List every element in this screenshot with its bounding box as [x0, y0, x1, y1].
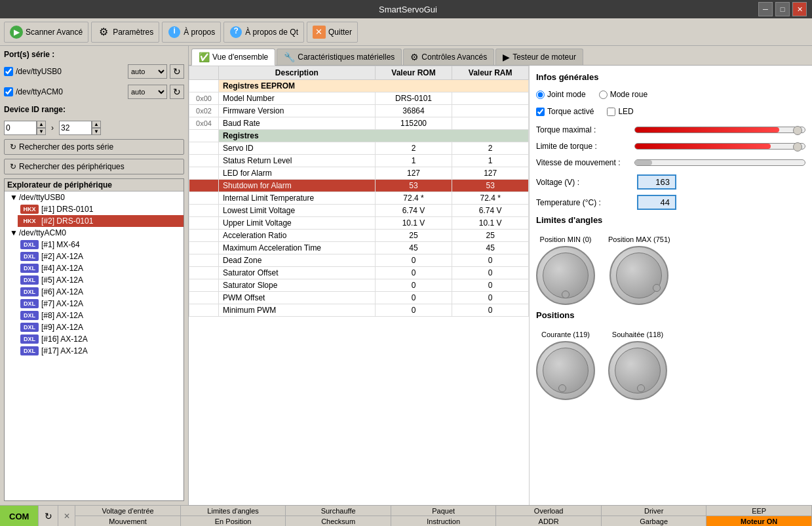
table-row[interactable]: Lowest Limit Voltage 6.74 V 6.74 V	[189, 205, 529, 217]
id-max-input[interactable]	[59, 121, 92, 135]
cell-ram: 0	[452, 304, 529, 317]
table-row[interactable]: Dead Zone 0 0	[189, 254, 529, 267]
search-devices-button[interactable]: ↻ Rechercher des périphériques	[4, 159, 184, 174]
id-min-down-button[interactable]: ▼	[37, 128, 46, 135]
cell-eeprom-header: Registres EEPROM	[219, 80, 529, 92]
table-row[interactable]: Servo ID 2 2	[189, 142, 529, 155]
table-row[interactable]: Minimum PWM 0 0	[189, 304, 529, 317]
apropos-qt-button[interactable]: ? À propos de Qt	[223, 22, 304, 43]
table-row[interactable]: Upper Limit Voltage 10.1 V 10.1 V	[189, 217, 529, 230]
joint-mode-option[interactable]: Joint mode	[536, 90, 586, 99]
cell-addr	[189, 155, 219, 167]
port1-label: /dev/ttyUSB0	[16, 67, 125, 76]
statusbar-close-button[interactable]: ✕	[58, 506, 75, 526]
list-item[interactable]: DXL [#8] AX-12A	[18, 310, 184, 321]
col-rom-header: Valeur ROM	[375, 66, 452, 80]
list-item[interactable]: DXL [#5] AX-12A	[18, 274, 184, 286]
search-ports-button[interactable]: ↻ Rechercher des ports série	[4, 139, 184, 155]
pos-max-label: Position MAX (751)	[608, 235, 670, 243]
torque-checkbox[interactable]	[536, 108, 545, 116]
statusbar-refresh-button[interactable]: ↻	[39, 506, 58, 526]
list-item[interactable]: DXL [#1] MX-64	[18, 239, 184, 251]
desired-pos-knob[interactable]	[608, 341, 667, 400]
table-row[interactable]: Maximum Acceleration Time 45 45	[189, 242, 529, 254]
com-status[interactable]: COM	[0, 506, 39, 526]
port2-speed-select[interactable]: auto	[128, 85, 167, 99]
table-row[interactable]: PWM Offset 0 0	[189, 292, 529, 304]
status-surchauffe-top: Surchauffe	[286, 506, 391, 516]
list-item[interactable]: DXL [#7] AX-12A	[18, 298, 184, 310]
table-row[interactable]: 0x00 Model Number DRS-0101	[189, 92, 529, 105]
cell-addr	[189, 292, 219, 304]
wheel-mode-radio[interactable]	[599, 91, 608, 99]
table-row[interactable]: 0x04 Baud Rate 115200	[189, 117, 529, 130]
table-row[interactable]: Acceleration Ratio 25 25	[189, 230, 529, 242]
torque-checkbox-item[interactable]: Torque activé	[536, 107, 594, 116]
cell-desc: Shutdown for Alarm	[219, 180, 376, 192]
port2-checkbox[interactable]	[4, 87, 13, 96]
params-button[interactable]: ⚙ Paramètres	[91, 22, 159, 43]
restore-button[interactable]: □	[775, 2, 790, 16]
id-max-up-button[interactable]: ▲	[92, 121, 101, 128]
wheel-mode-option[interactable]: Mode roue	[599, 90, 648, 99]
scanner-button[interactable]: ▶ Scanner Avancé	[4, 22, 88, 43]
chevron-down-icon: ▼	[10, 193, 18, 202]
id-min-up-button[interactable]: ▲	[37, 121, 46, 128]
port1-refresh-button[interactable]: ↻	[170, 64, 184, 79]
table-row[interactable]: Status Return Level 1 1	[189, 155, 529, 167]
list-item[interactable]: DXL [#16] AX-12A	[18, 333, 184, 345]
apropos-label: À propos	[184, 28, 215, 37]
apropos-qt-label: À propos de Qt	[245, 28, 298, 37]
led-checkbox[interactable]	[607, 108, 615, 116]
joint-mode-radio[interactable]	[536, 91, 545, 99]
table-row[interactable]: Internal Limit Temperature 72.4 * 72.4 *	[189, 192, 529, 205]
cell-desc: Baud Rate	[219, 117, 376, 130]
joint-mode-label: Joint mode	[547, 90, 586, 99]
list-item[interactable]: DXL [#9] AX-12A	[18, 321, 184, 333]
tab-hardware[interactable]: 🔧 Caractéristiques matérielles	[277, 49, 402, 65]
torque-limit-slider[interactable]	[634, 143, 805, 150]
knob-dot	[653, 284, 661, 292]
range-separator: ›	[51, 123, 54, 132]
list-item[interactable]: HKX [#2] DRS-0101	[18, 215, 184, 227]
cell-ram: 0	[452, 267, 529, 279]
port2-refresh-button[interactable]: ↻	[170, 85, 184, 99]
tab-overview[interactable]: ✅ Vue d'ensemble	[191, 49, 275, 66]
cell-desc: Firmware Version	[219, 105, 376, 117]
table-row[interactable]: Saturator Slope 0 0	[189, 279, 529, 292]
chevron-down-icon: ▼	[10, 228, 18, 237]
port1-checkbox[interactable]	[4, 67, 13, 76]
pos-max-knob[interactable]	[609, 246, 668, 305]
usb0-parent[interactable]: ▼ /dev/ttyUSB0	[7, 192, 184, 203]
list-item[interactable]: DXL [#17] AX-12A	[18, 345, 184, 357]
pos-min-knob[interactable]	[536, 246, 595, 305]
list-item[interactable]: HKX [#1] DRS-0101	[18, 203, 184, 215]
quitter-label: Quitter	[328, 28, 352, 37]
acm0-parent[interactable]: ▼ /dev/ttyACM0	[7, 227, 184, 239]
table-row[interactable]: LED for Alarm 127 127	[189, 167, 529, 180]
minimize-button[interactable]: ─	[758, 2, 773, 16]
table-row[interactable]: Saturator Offset 0 0	[189, 267, 529, 279]
quitter-button[interactable]: ✕ Quitter	[307, 22, 358, 43]
tab-advanced[interactable]: ⚙ Contrôles Avancés	[403, 49, 494, 65]
port1-speed-select[interactable]: auto	[128, 64, 167, 79]
list-item[interactable]: DXL [#6] AX-12A	[18, 286, 184, 298]
cell-rom: 72.4 *	[375, 192, 452, 205]
list-item[interactable]: DXL [#4] AX-12A	[18, 262, 184, 274]
torque-max-slider[interactable]	[634, 127, 805, 133]
device-id: [#16] AX-12A	[41, 334, 88, 344]
table-row[interactable]: 0x02 Firmware Version 36864	[189, 105, 529, 117]
id-max-down-button[interactable]: ▼	[92, 128, 101, 135]
apropos-button[interactable]: i À propos	[162, 22, 221, 43]
table-row[interactable]: Shutdown for Alarm 53 53	[189, 180, 529, 192]
current-pos-group: Courante (119)	[536, 331, 595, 400]
led-checkbox-item[interactable]: LED	[607, 107, 633, 116]
dxl-badge: DXL	[20, 346, 39, 355]
cell-rom: 0	[375, 267, 452, 279]
current-pos-knob[interactable]	[536, 341, 595, 400]
list-item[interactable]: DXL [#2] AX-12A	[18, 251, 184, 262]
tab-motor[interactable]: ▶ Testeur de moteur	[495, 49, 583, 65]
speed-slider[interactable]	[634, 159, 805, 166]
id-min-input[interactable]	[4, 121, 37, 135]
close-button[interactable]: ✕	[792, 2, 807, 16]
